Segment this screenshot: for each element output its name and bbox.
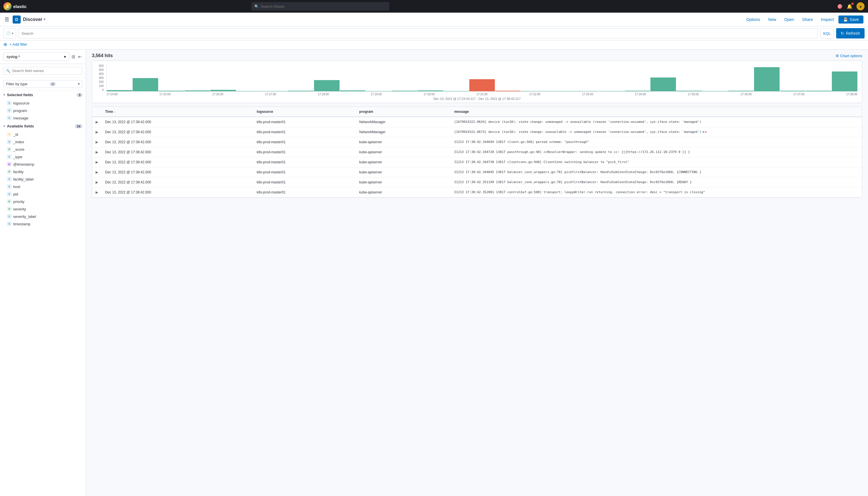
field-name: severity xyxy=(13,207,26,211)
x-label: 17:36:00 xyxy=(741,93,752,96)
chart-bar xyxy=(599,91,624,91)
chart-bar xyxy=(366,91,391,91)
user-avatar[interactable]: e xyxy=(856,2,865,10)
chart-bar xyxy=(832,72,857,91)
query-language-selector[interactable]: 📄 ▾ xyxy=(3,28,16,38)
available-field-item[interactable]: ttimestamp xyxy=(0,220,86,228)
field-search-input[interactable] xyxy=(12,68,80,73)
field-type-badge: t xyxy=(7,221,12,226)
expand-column-header xyxy=(92,107,102,117)
open-button[interactable]: Open xyxy=(781,16,797,24)
global-search-input[interactable] xyxy=(261,4,386,9)
message-column-header[interactable]: message xyxy=(451,107,862,117)
kql-toggle-button[interactable]: KQL xyxy=(820,28,834,38)
refresh-button[interactable]: ↻ Refresh xyxy=(836,28,865,38)
chart-options-icon: ⚙ xyxy=(836,54,839,58)
x-label: 17:37:00 xyxy=(793,93,805,96)
search-input-wrap[interactable] xyxy=(18,28,818,38)
chart-bar xyxy=(211,90,236,91)
available-field-item[interactable]: #severity xyxy=(0,205,86,213)
row-program-cell: kube-apiserver xyxy=(356,157,451,167)
chart-bar xyxy=(340,90,366,91)
chart-bar xyxy=(676,91,702,91)
chart-bar xyxy=(624,91,650,91)
save-button[interactable]: 💾 Save xyxy=(838,16,864,24)
add-filter-icon[interactable]: ⊕ xyxy=(702,130,704,134)
chart-bar xyxy=(547,91,572,91)
row-expand-cell[interactable]: ▶ xyxy=(92,167,102,177)
time-column-header[interactable]: Time ↓ xyxy=(102,107,253,117)
chart-x-axis: 17:24:0017:25:0017:26:0017:27:0017:28:00… xyxy=(107,93,857,96)
x-label: 17:26:00 xyxy=(212,93,223,96)
available-field-item[interactable]: tpid xyxy=(0,190,86,198)
field-type-badge: t xyxy=(7,192,12,196)
chart-options-button[interactable]: ⚙ Chart options xyxy=(836,54,862,58)
program-column-header[interactable]: program xyxy=(356,107,451,117)
save-label: Save xyxy=(850,17,859,22)
available-field-item[interactable]: ▪_id xyxy=(0,130,86,138)
table-row: ▶ Dec 13, 2022 @ 17:38:42.000 k8s-prod-m… xyxy=(92,167,862,177)
save-icon: 💾 xyxy=(843,17,848,22)
options-button[interactable]: Options xyxy=(743,16,763,24)
row-expand-cell[interactable]: ▶ xyxy=(92,157,102,167)
available-field-item[interactable]: #_score xyxy=(0,145,86,153)
notification-icon[interactable]: 🔔 xyxy=(847,4,852,9)
elastic-logo[interactable]: elastic xyxy=(3,2,27,10)
index-pattern-selector[interactable]: syslog-* ▾ xyxy=(3,52,69,61)
x-label: 17:28:00 xyxy=(318,93,329,96)
add-filter-button[interactable]: + Add filter xyxy=(10,42,27,46)
inspect-button[interactable]: Inspect xyxy=(818,16,837,24)
selected-fields-section-header[interactable]: ▾ Selected fields 3 xyxy=(0,90,86,99)
available-field-item[interactable]: @@timestamp xyxy=(0,160,86,168)
chart-bar xyxy=(650,78,676,91)
available-field-item[interactable]: tseverity_label xyxy=(0,213,86,220)
row-expand-cell[interactable]: ▶ xyxy=(92,147,102,157)
row-program-cell: kube-apiserver xyxy=(356,177,451,187)
y-label-200: 200 xyxy=(97,80,104,83)
available-field-item[interactable]: #priority xyxy=(0,198,86,205)
app-title[interactable]: Discover ▾ xyxy=(23,17,45,22)
selected-field-item[interactable]: tlogsource xyxy=(0,99,86,107)
selected-field-item[interactable]: tprogram xyxy=(0,107,86,114)
row-expand-cell[interactable]: ▶ xyxy=(92,117,102,127)
available-field-item[interactable]: thost xyxy=(0,183,86,190)
table-header: Time ↓ logsource program message xyxy=(92,107,862,117)
row-logsource-cell: k8s-prod-master01 xyxy=(253,187,356,198)
field-type-badge: t xyxy=(7,108,12,113)
sidebar-collapse-icon[interactable]: ⇤ xyxy=(78,53,82,60)
field-search-icon: 🔍 xyxy=(6,69,10,73)
table-row: ▶ Dec 13, 2022 @ 17:38:42.000 k8s-prod-m… xyxy=(92,137,862,147)
row-expand-cell[interactable]: ▶ xyxy=(92,187,102,198)
selected-field-item[interactable]: tmessage xyxy=(0,114,86,122)
remove-filter-icon[interactable]: ⊖ xyxy=(705,130,707,134)
available-field-item[interactable]: tfacility_label xyxy=(0,175,86,183)
sidebar-grid-icon[interactable]: ⊞ xyxy=(71,53,76,60)
available-fields-section-header[interactable]: ▾ Available fields 14 xyxy=(0,122,86,130)
row-logsource-cell: k8s-prod-master01 xyxy=(253,147,356,157)
field-name: _index xyxy=(13,140,24,144)
available-field-item[interactable]: t_type xyxy=(0,153,86,160)
chart-bar xyxy=(469,79,495,91)
row-expand-cell[interactable]: ▶ xyxy=(92,177,102,187)
field-type-badge: # xyxy=(7,199,12,204)
filter-type-select[interactable]: Filter by type 0 ▾ xyxy=(3,80,82,88)
row-message-cell: [1670924322.0673] device (tun10): state … xyxy=(451,127,862,137)
logsource-column-header[interactable]: logsource xyxy=(253,107,356,117)
kql-search-input[interactable] xyxy=(18,28,818,38)
menu-icon[interactable]: ☰ xyxy=(4,16,9,23)
index-pattern-row: syslog-* ▾ ⊞ ⇤ xyxy=(0,50,86,64)
global-search-bar[interactable]: 🔍 xyxy=(251,2,389,11)
field-search-input-wrap[interactable]: 🔍 xyxy=(3,67,82,75)
available-field-item[interactable]: #facility xyxy=(0,168,86,175)
row-expand-cell[interactable]: ▶ xyxy=(92,127,102,137)
chart-bar xyxy=(521,91,546,91)
row-expand-cell[interactable]: ▶ xyxy=(92,137,102,147)
share-button[interactable]: Share xyxy=(799,16,816,24)
row-message-cell: I1213 17:38:42.351199 13817 balancer_con… xyxy=(451,177,862,187)
row-message-cell: I1213 17:38:42.352001 13817 controlbuf.g… xyxy=(451,187,862,198)
help-icon[interactable]: 🎯 xyxy=(837,4,843,9)
row-message-cell: [1670924322.0634] device (tun10): state … xyxy=(451,117,862,127)
available-field-item[interactable]: t_index xyxy=(0,138,86,145)
new-button[interactable]: New xyxy=(765,16,779,24)
row-program-cell: kube-apiserver xyxy=(356,137,451,147)
